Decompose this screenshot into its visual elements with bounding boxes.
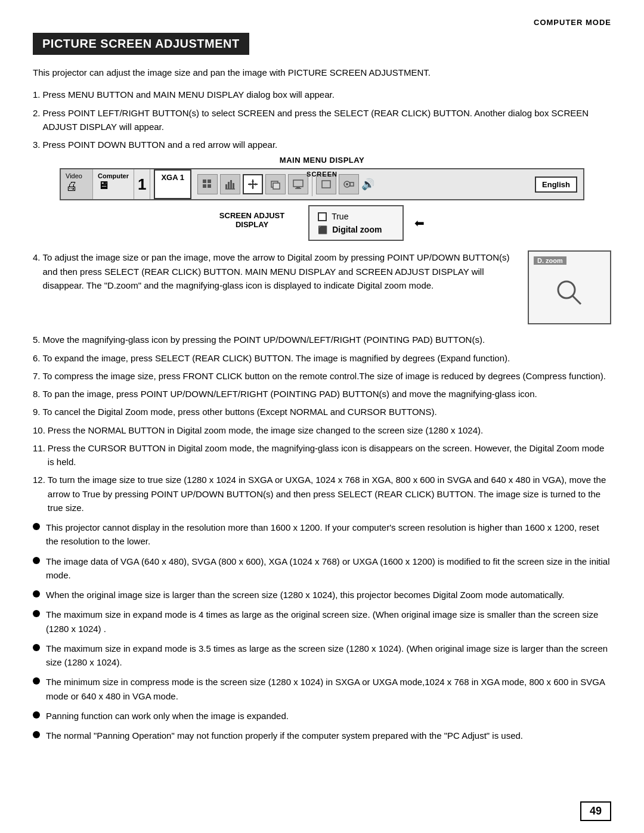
section-title: PICTURE SCREEN ADJUSTMENT <box>33 33 249 55</box>
menu-display-label: MAIN MENU DISPLAY <box>33 156 611 165</box>
list-item: The minimum size in compress mode is the… <box>33 675 611 703</box>
svg-marker-11 <box>252 179 254 182</box>
menu-icons-area: 🔊 English <box>195 169 583 199</box>
computer-mode-header: COMPUTER MODE <box>33 18 611 27</box>
step4-text: 4. To adjust the image size or pan the i… <box>33 250 516 296</box>
step-1: 1. Press MENU BUTTON and MAIN MENU DISPL… <box>33 88 611 101</box>
svg-rect-3 <box>208 184 211 188</box>
svg-rect-4 <box>225 184 227 189</box>
bullet-icon <box>33 557 40 564</box>
arrow-right-icon: ⬅ <box>414 216 425 230</box>
svg-line-25 <box>572 296 581 304</box>
english-button[interactable]: English <box>535 176 577 193</box>
bullet-icon <box>33 711 40 719</box>
svg-rect-0 <box>203 179 206 183</box>
bullet-icon <box>33 644 40 651</box>
list-item: When the original image size is larger t… <box>33 588 611 602</box>
svg-rect-16 <box>273 183 280 189</box>
step-5: 5. Move the magnifying-glass icon by pre… <box>33 333 611 346</box>
monitor-icon: 🖥 <box>98 179 109 192</box>
svg-rect-6 <box>230 180 232 189</box>
bullet-icon <box>33 677 40 685</box>
svg-rect-1 <box>208 179 211 183</box>
adjust-options-area: True ⬛ Digital zoom ⬅ <box>308 205 425 241</box>
svg-rect-5 <box>228 182 230 189</box>
step-7: 7. To compress the image size, press FRO… <box>33 369 611 383</box>
bullet-list: This projector cannot display in the res… <box>33 521 611 742</box>
svg-rect-20 <box>322 181 330 188</box>
screen-adjust-area: SCREEN ADJUSTDISPLAY True ⬛ Digital zoom… <box>33 205 611 241</box>
magnify-glass-icon <box>534 278 605 312</box>
menu-number: 1 <box>134 169 150 199</box>
bullet-icon <box>33 610 40 617</box>
step-12: 12. To turn the image size to true size … <box>33 473 611 515</box>
dzoom-label: D. zoom <box>534 256 566 265</box>
step-10: 10. Press the NORMAL BUTTON in Digital z… <box>33 423 611 437</box>
list-item: This projector cannot display in the res… <box>33 521 611 549</box>
volume-icon[interactable]: 🔊 <box>361 178 374 191</box>
copy-icon[interactable] <box>265 174 286 194</box>
list-item: The maximum size in expand mode is 3.5 t… <box>33 642 611 670</box>
main-menu-bar-wrapper: Video 🖨 Computer 🖥 1 XGA 1 SCREEN <box>33 168 611 200</box>
list-item: Panning function can work only when the … <box>33 709 611 723</box>
step4-area: 4. To adjust the image size or pan the i… <box>33 250 611 324</box>
step-9: 9. To cancel the Digital Zoom mode, pres… <box>33 405 611 419</box>
svg-rect-22 <box>350 182 354 186</box>
step-2: 2. Press POINT LEFT/RIGHT BUTTON(s) to s… <box>33 106 611 134</box>
projector-icon[interactable] <box>339 174 359 194</box>
adjust-option-true[interactable]: True <box>318 210 394 223</box>
screen-adjust-label-area: SCREEN ADJUSTDISPLAY <box>219 208 284 229</box>
grid-icon[interactable] <box>197 174 218 194</box>
list-item: The image data of VGA (640 x 480), SVGA … <box>33 555 611 583</box>
step-4: 4. To adjust the image size or pan the i… <box>33 250 516 292</box>
adjust-option-digital-zoom[interactable]: ⬛ Digital zoom <box>318 223 394 236</box>
steps-5-12: 5. Move the magnifying-glass icon by pre… <box>33 333 611 515</box>
svg-marker-14 <box>255 183 258 185</box>
steps-1-3: 1. Press MENU BUTTON and MAIN MENU DISPL… <box>33 88 611 151</box>
step-8: 8. To pan the image, press POINT UP/DOWN… <box>33 387 611 401</box>
step-3: 3. Press POINT DOWN BUTTON and a red arr… <box>33 138 611 151</box>
svg-marker-13 <box>248 183 250 185</box>
screen-adjust-label: SCREEN ADJUSTDISPLAY <box>219 211 284 229</box>
step-6: 6. To expand the image, press SELECT (RE… <box>33 351 611 365</box>
svg-point-23 <box>346 183 348 185</box>
list-item: The maximum size in expand mode is 4 tim… <box>33 608 611 636</box>
svg-marker-12 <box>252 187 254 189</box>
page-number: 49 <box>580 801 611 821</box>
svg-rect-2 <box>203 184 206 188</box>
screen-label: SCREEN <box>306 171 338 178</box>
checkbox-true <box>318 212 327 221</box>
list-item: The normal "Panning Operation" may not f… <box>33 729 611 742</box>
xga-label[interactable]: XGA 1 <box>154 169 191 199</box>
intro-text: This projector can adjust the image size… <box>33 66 611 79</box>
bullet-icon <box>33 590 40 597</box>
printer-icon: 🖨 <box>66 179 78 193</box>
svg-rect-17 <box>293 180 303 187</box>
bar-chart-icon[interactable] <box>220 174 240 194</box>
digital-zoom-icon: ⬛ <box>318 225 327 234</box>
bullet-icon <box>33 731 40 738</box>
dzoom-box: D. zoom <box>528 250 611 324</box>
screen-icon[interactable] <box>288 174 308 194</box>
svg-rect-7 <box>233 183 234 189</box>
menu-tab-video[interactable]: Video 🖨 <box>61 169 93 199</box>
adjust-options-box: True ⬛ Digital zoom <box>308 205 404 241</box>
crosshair-icon[interactable] <box>243 174 263 194</box>
bullet-icon <box>33 523 40 530</box>
main-menu-bar: Video 🖨 Computer 🖥 1 XGA 1 SCREEN <box>60 168 584 200</box>
menu-tab-computer[interactable]: Computer 🖥 <box>93 169 134 199</box>
step-11: 11. Press the CURSOR BUTTON in Digital z… <box>33 441 611 469</box>
svg-point-24 <box>558 281 575 298</box>
